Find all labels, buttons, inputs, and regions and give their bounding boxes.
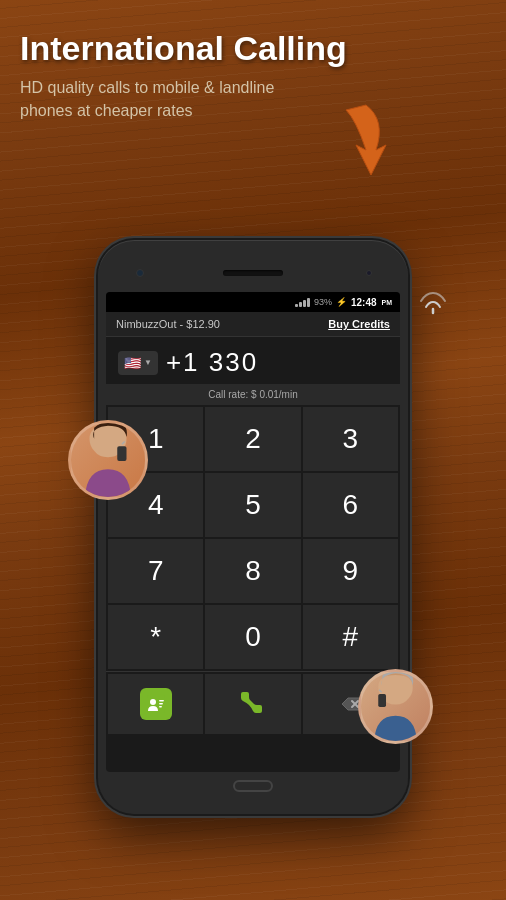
app-title: NimbuzzOut - $12.90 [116,318,220,330]
svg-point-4 [150,699,156,705]
contacts-button[interactable] [108,674,203,734]
dialpad: 1 2 3 4 5 6 7 8 9 * 0 # [106,405,400,671]
contacts-icon [140,688,172,720]
signal-bar-4 [307,298,310,307]
call-icon [235,686,271,722]
signal-bars [295,298,310,307]
svg-rect-7 [159,706,162,708]
dropdown-arrow-icon: ▼ [144,358,152,367]
signal-bar-2 [299,302,302,307]
dial-display: 🇺🇸 ▼ +1 330 [106,337,400,384]
status-time: 12:48 [351,297,377,308]
phone-top-bar [106,258,400,288]
subtitle: HD quality calls to mobile & landline ph… [20,77,320,122]
status-bar: 93% ⚡ 12:48 PM [106,292,400,312]
dial-key-6[interactable]: 6 [303,473,398,537]
sensor-dot [366,270,372,276]
bottom-action-bar [106,671,400,736]
home-button[interactable] [233,780,273,792]
dial-key-star[interactable]: * [108,605,203,669]
phone-screen: 93% ⚡ 12:48 PM NimbuzzOut - $12.90 Buy C… [106,292,400,772]
signal-bar-3 [303,300,306,307]
app-header-bar: NimbuzzOut - $12.90 Buy Credits [106,312,400,337]
signal-bar-1 [295,304,298,307]
flag-icon: 🇺🇸 [124,355,141,371]
phone-frame: 93% ⚡ 12:48 PM NimbuzzOut - $12.90 Buy C… [98,240,408,814]
call-rate-bar: Call rate: $ 0.01/min [106,384,400,405]
phone-device: 93% ⚡ 12:48 PM NimbuzzOut - $12.90 Buy C… [98,240,408,814]
wifi-signal-icon [416,285,451,324]
dial-key-3[interactable]: 3 [303,407,398,471]
dial-key-hash[interactable]: # [303,605,398,669]
country-selector[interactable]: 🇺🇸 ▼ [118,351,158,375]
dial-key-8[interactable]: 8 [205,539,300,603]
battery-percent: 93% [314,297,332,307]
battery-charging-icon: ⚡ [336,297,347,307]
dial-key-0[interactable]: 0 [205,605,300,669]
phone-number-display: +1 330 [166,347,258,378]
dial-key-7[interactable]: 7 [108,539,203,603]
svg-rect-5 [159,700,164,702]
call-rate-text: Call rate: $ 0.01/min [208,389,298,400]
header-section: International Calling HD quality calls t… [0,0,506,147]
phone-home-area [106,776,400,796]
speaker-grille [223,270,283,276]
dial-key-5[interactable]: 5 [205,473,300,537]
svg-rect-6 [159,703,163,705]
call-button[interactable] [205,674,300,734]
svg-rect-1 [117,446,126,461]
camera-dot [136,269,144,277]
dial-key-2[interactable]: 2 [205,407,300,471]
status-am-pm: PM [382,299,393,306]
arrow-indicator [336,100,396,184]
buy-credits-button[interactable]: Buy Credits [328,318,390,330]
svg-rect-11 [378,694,386,707]
contacts-svg [145,693,167,715]
main-title: International Calling [20,30,486,67]
dial-key-9[interactable]: 9 [303,539,398,603]
avatar-male [358,669,433,744]
avatar-female [68,420,148,500]
